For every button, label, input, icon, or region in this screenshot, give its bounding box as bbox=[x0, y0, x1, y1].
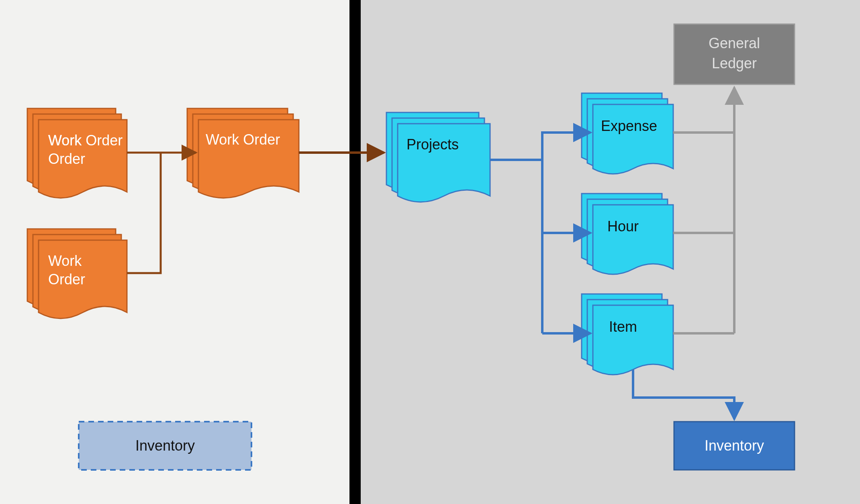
svg-rect-4 bbox=[674, 24, 795, 84]
inventory-left-box: Inventory bbox=[79, 422, 251, 470]
item-node: Item bbox=[582, 294, 673, 375]
work-order-center-label: Work Order bbox=[206, 131, 280, 148]
expense-node: Expense bbox=[582, 93, 673, 174]
work-order-center: Work Order bbox=[187, 108, 299, 198]
projects-label: Projects bbox=[407, 136, 459, 153]
inventory-right-label: Inventory bbox=[705, 437, 764, 454]
general-ledger-box: General Ledger bbox=[674, 24, 795, 84]
diagram-canvas: Work Order Work Order Work Order Work Or… bbox=[0, 0, 860, 504]
inventory-left-label: Inventory bbox=[135, 437, 195, 454]
item-label: Item bbox=[609, 318, 637, 335]
work-order-stack-top: Work Order Work Order bbox=[27, 108, 127, 198]
divider bbox=[349, 0, 361, 504]
work-order-stack-bottom: Work Order bbox=[27, 229, 127, 318]
projects-node: Projects bbox=[386, 112, 490, 202]
hour-label: Hour bbox=[607, 218, 639, 235]
hour-node: Hour bbox=[582, 194, 673, 274]
inventory-right-box: Inventory bbox=[674, 422, 795, 470]
general-ledger-label-2: Ledger bbox=[712, 55, 757, 71]
expense-label: Expense bbox=[601, 118, 657, 134]
general-ledger-label-1: General bbox=[709, 35, 760, 51]
